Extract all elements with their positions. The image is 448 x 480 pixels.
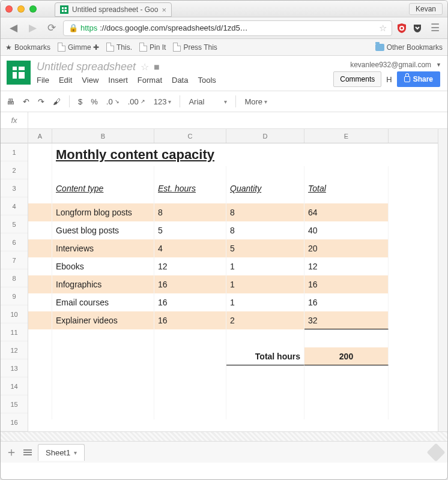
reload-button[interactable]: ⟳ <box>44 21 59 35</box>
cell[interactable]: 16 <box>304 293 389 311</box>
cell[interactable] <box>154 197 226 203</box>
cell[interactable]: Est. hours <box>154 179 226 197</box>
col-header-d[interactable]: D <box>226 129 304 143</box>
cell[interactable] <box>52 166 154 179</box>
bookmark-this[interactable]: This. <box>106 43 132 52</box>
cell[interactable] <box>52 365 154 383</box>
ublock-icon[interactable] <box>396 22 408 34</box>
chevron-down-icon[interactable]: ▾ <box>74 449 77 456</box>
all-sheets-button[interactable] <box>23 449 32 455</box>
cell[interactable] <box>52 401 154 419</box>
cell[interactable]: 8 <box>154 203 226 221</box>
toolbar-more[interactable]: More ▾ <box>244 97 267 106</box>
cell[interactable] <box>28 239 52 257</box>
document-title[interactable]: Untitled spreadsheet <box>37 61 136 73</box>
undo-icon[interactable]: ↶ <box>23 97 29 106</box>
menu-view[interactable]: View <box>82 76 98 85</box>
row-header[interactable]: 7 <box>1 251 28 269</box>
cell[interactable] <box>52 347 154 365</box>
cell[interactable]: Explainer videos <box>52 311 154 329</box>
cell[interactable] <box>28 293 52 311</box>
forward-button[interactable]: ▶ <box>25 21 40 35</box>
cell[interactable] <box>28 197 52 203</box>
cell[interactable]: 64 <box>304 203 389 221</box>
cell[interactable]: 16 <box>154 275 226 293</box>
row-header[interactable]: 14 <box>1 377 28 395</box>
cell[interactable]: 40 <box>304 221 389 239</box>
menu-data[interactable]: Data <box>172 76 188 85</box>
star-document-icon[interactable]: ☆ <box>141 61 149 73</box>
share-button[interactable]: Share <box>397 71 440 87</box>
cell[interactable]: Infographics <box>52 275 154 293</box>
other-bookmarks[interactable]: Other Bookmarks <box>375 43 443 52</box>
format-more[interactable]: 123 ▾ <box>154 97 172 106</box>
cell[interactable] <box>28 401 52 419</box>
cell[interactable] <box>226 365 304 383</box>
menu-insert[interactable]: Insert <box>108 76 128 85</box>
cell[interactable]: 2 <box>226 311 304 329</box>
cell[interactable] <box>304 401 389 419</box>
cell[interactable] <box>304 329 389 347</box>
cell[interactable] <box>28 311 52 329</box>
col-header-a[interactable]: A <box>28 129 52 143</box>
cell[interactable] <box>154 347 226 365</box>
row-header[interactable]: 13 <box>1 359 28 377</box>
add-sheet-button[interactable]: ＋ <box>5 444 17 460</box>
explore-button[interactable] <box>426 443 445 461</box>
cell[interactable]: Quantity <box>226 179 304 197</box>
cell[interactable]: Longform blog posts <box>52 203 154 221</box>
cell[interactable]: 1 <box>226 257 304 275</box>
cell[interactable]: Guest blog posts <box>52 221 154 239</box>
row-header[interactable]: 11 <box>1 323 28 341</box>
menu-file[interactable]: File <box>37 76 49 85</box>
cell[interactable] <box>304 166 389 179</box>
cell[interactable] <box>28 143 52 166</box>
cell[interactable] <box>154 329 226 347</box>
row-header[interactable]: 16 <box>1 413 28 431</box>
cell[interactable] <box>28 257 52 275</box>
cell[interactable]: 8 <box>226 203 304 221</box>
comments-button[interactable]: Comments <box>333 71 381 87</box>
zoom-window-button[interactable] <box>29 5 37 13</box>
bookmarks-root[interactable]: ★Bookmarks <box>5 43 50 52</box>
move-folder-icon[interactable]: ■ <box>154 62 160 73</box>
chevron-down-icon[interactable]: ▼ <box>436 62 441 68</box>
back-button[interactable]: ◀ <box>5 21 21 35</box>
cell[interactable] <box>226 383 304 401</box>
cell[interactable] <box>154 166 226 179</box>
browser-tab[interactable]: Untitled spreadsheet - Goo × <box>55 2 172 17</box>
paint-format-icon[interactable]: 🖌 <box>53 97 61 106</box>
row-header[interactable]: 1 <box>1 143 28 161</box>
cell[interactable] <box>28 365 52 383</box>
cell[interactable] <box>154 383 226 401</box>
cell[interactable] <box>304 197 389 203</box>
decrease-decimal[interactable]: .0↘ <box>106 97 120 106</box>
cells-area[interactable]: Monthly content capacityContent typeEst.… <box>28 143 438 419</box>
bookmark-pressthis[interactable]: Press This <box>173 43 217 52</box>
cell[interactable]: 200 <box>304 347 389 365</box>
cell[interactable] <box>52 383 154 401</box>
bookmark-pinit[interactable]: Pin It <box>139 43 166 52</box>
row-header[interactable]: 10 <box>1 305 28 323</box>
row-header[interactable]: 8 <box>1 269 28 287</box>
print-icon[interactable]: 🖶 <box>7 97 14 106</box>
col-header-c[interactable]: C <box>154 129 226 143</box>
menu-icon[interactable]: ☰ <box>427 21 443 35</box>
sheets-logo[interactable] <box>7 61 31 85</box>
row-header[interactable]: 2 <box>1 161 28 179</box>
menu-format[interactable]: Format <box>138 76 162 85</box>
cell[interactable]: Total hours <box>226 347 304 365</box>
cell[interactable] <box>52 197 154 203</box>
cell[interactable]: 12 <box>304 257 389 275</box>
close-window-button[interactable] <box>5 5 13 13</box>
cell[interactable] <box>52 329 154 347</box>
cell[interactable]: 32 <box>304 311 389 329</box>
increase-decimal[interactable]: .00↗ <box>128 97 145 106</box>
menu-tools[interactable]: Tools <box>198 76 216 85</box>
cell[interactable] <box>226 329 304 347</box>
pocket-icon[interactable] <box>411 22 423 34</box>
row-header[interactable]: 4 <box>1 197 28 215</box>
profile-button[interactable]: Kevan <box>409 3 443 15</box>
vertical-scrollbar[interactable] <box>438 129 447 431</box>
sheet-tab-1[interactable]: Sheet1▾ <box>38 444 85 461</box>
